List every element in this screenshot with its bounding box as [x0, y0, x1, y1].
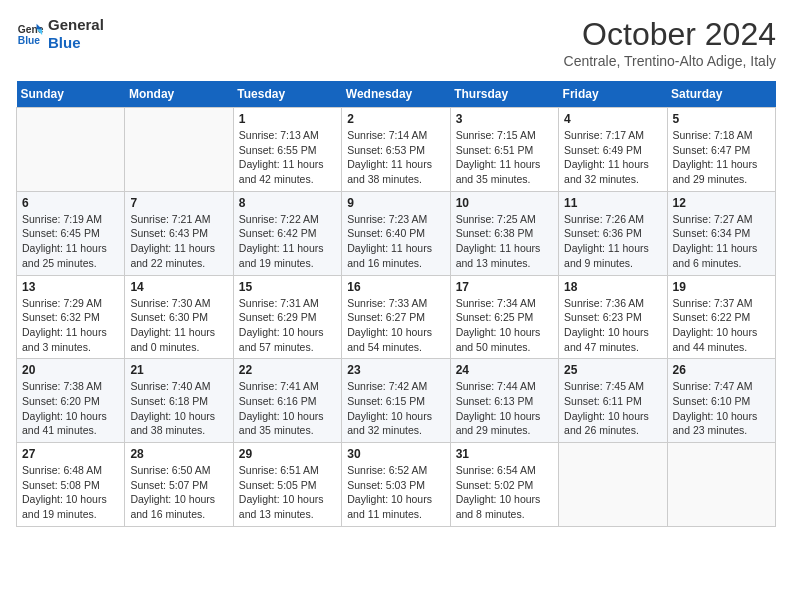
day-number: 18: [564, 280, 661, 294]
day-number: 16: [347, 280, 444, 294]
day-number: 4: [564, 112, 661, 126]
day-number: 7: [130, 196, 227, 210]
calendar-cell: 10Sunrise: 7:25 AMSunset: 6:38 PMDayligh…: [450, 191, 558, 275]
logo: General Blue General Blue: [16, 16, 104, 52]
calendar-cell: 23Sunrise: 7:42 AMSunset: 6:15 PMDayligh…: [342, 359, 450, 443]
weekday-header-thursday: Thursday: [450, 81, 558, 108]
calendar-cell: 18Sunrise: 7:36 AMSunset: 6:23 PMDayligh…: [559, 275, 667, 359]
day-info: Sunrise: 7:42 AMSunset: 6:15 PMDaylight:…: [347, 379, 444, 438]
calendar-cell: 22Sunrise: 7:41 AMSunset: 6:16 PMDayligh…: [233, 359, 341, 443]
day-info: Sunrise: 7:38 AMSunset: 6:20 PMDaylight:…: [22, 379, 119, 438]
calendar-cell: 26Sunrise: 7:47 AMSunset: 6:10 PMDayligh…: [667, 359, 775, 443]
calendar-cell: 15Sunrise: 7:31 AMSunset: 6:29 PMDayligh…: [233, 275, 341, 359]
day-info: Sunrise: 7:19 AMSunset: 6:45 PMDaylight:…: [22, 212, 119, 271]
day-number: 23: [347, 363, 444, 377]
calendar-cell: 25Sunrise: 7:45 AMSunset: 6:11 PMDayligh…: [559, 359, 667, 443]
calendar-cell: 3Sunrise: 7:15 AMSunset: 6:51 PMDaylight…: [450, 108, 558, 192]
day-number: 20: [22, 363, 119, 377]
day-info: Sunrise: 7:21 AMSunset: 6:43 PMDaylight:…: [130, 212, 227, 271]
day-number: 1: [239, 112, 336, 126]
day-number: 24: [456, 363, 553, 377]
day-info: Sunrise: 6:52 AMSunset: 5:03 PMDaylight:…: [347, 463, 444, 522]
title-block: October 2024 Centrale, Trentino-Alto Adi…: [564, 16, 776, 69]
day-info: Sunrise: 7:34 AMSunset: 6:25 PMDaylight:…: [456, 296, 553, 355]
weekday-header-wednesday: Wednesday: [342, 81, 450, 108]
page-header: General Blue General Blue October 2024 C…: [16, 16, 776, 69]
day-info: Sunrise: 7:40 AMSunset: 6:18 PMDaylight:…: [130, 379, 227, 438]
calendar-cell: 6Sunrise: 7:19 AMSunset: 6:45 PMDaylight…: [17, 191, 125, 275]
day-number: 28: [130, 447, 227, 461]
location: Centrale, Trentino-Alto Adige, Italy: [564, 53, 776, 69]
calendar-cell: 30Sunrise: 6:52 AMSunset: 5:03 PMDayligh…: [342, 443, 450, 527]
logo-blue: Blue: [48, 34, 104, 52]
day-number: 25: [564, 363, 661, 377]
day-number: 12: [673, 196, 770, 210]
calendar-week-3: 13Sunrise: 7:29 AMSunset: 6:32 PMDayligh…: [17, 275, 776, 359]
day-info: Sunrise: 7:44 AMSunset: 6:13 PMDaylight:…: [456, 379, 553, 438]
day-info: Sunrise: 6:54 AMSunset: 5:02 PMDaylight:…: [456, 463, 553, 522]
day-number: 8: [239, 196, 336, 210]
day-number: 29: [239, 447, 336, 461]
day-number: 3: [456, 112, 553, 126]
day-number: 19: [673, 280, 770, 294]
calendar-cell: 20Sunrise: 7:38 AMSunset: 6:20 PMDayligh…: [17, 359, 125, 443]
day-info: Sunrise: 7:22 AMSunset: 6:42 PMDaylight:…: [239, 212, 336, 271]
calendar-cell: [559, 443, 667, 527]
calendar-cell: [17, 108, 125, 192]
logo-general: General: [48, 16, 104, 34]
day-number: 10: [456, 196, 553, 210]
day-info: Sunrise: 7:41 AMSunset: 6:16 PMDaylight:…: [239, 379, 336, 438]
day-info: Sunrise: 7:25 AMSunset: 6:38 PMDaylight:…: [456, 212, 553, 271]
day-info: Sunrise: 6:50 AMSunset: 5:07 PMDaylight:…: [130, 463, 227, 522]
calendar: SundayMondayTuesdayWednesdayThursdayFrid…: [16, 81, 776, 527]
day-number: 21: [130, 363, 227, 377]
day-info: Sunrise: 7:31 AMSunset: 6:29 PMDaylight:…: [239, 296, 336, 355]
day-number: 31: [456, 447, 553, 461]
day-number: 15: [239, 280, 336, 294]
day-number: 14: [130, 280, 227, 294]
day-info: Sunrise: 7:36 AMSunset: 6:23 PMDaylight:…: [564, 296, 661, 355]
calendar-cell: 24Sunrise: 7:44 AMSunset: 6:13 PMDayligh…: [450, 359, 558, 443]
day-info: Sunrise: 7:14 AMSunset: 6:53 PMDaylight:…: [347, 128, 444, 187]
calendar-cell: 8Sunrise: 7:22 AMSunset: 6:42 PMDaylight…: [233, 191, 341, 275]
day-info: Sunrise: 7:47 AMSunset: 6:10 PMDaylight:…: [673, 379, 770, 438]
day-number: 17: [456, 280, 553, 294]
day-info: Sunrise: 7:29 AMSunset: 6:32 PMDaylight:…: [22, 296, 119, 355]
calendar-cell: 13Sunrise: 7:29 AMSunset: 6:32 PMDayligh…: [17, 275, 125, 359]
weekday-header-friday: Friday: [559, 81, 667, 108]
calendar-cell: 7Sunrise: 7:21 AMSunset: 6:43 PMDaylight…: [125, 191, 233, 275]
day-info: Sunrise: 6:48 AMSunset: 5:08 PMDaylight:…: [22, 463, 119, 522]
day-info: Sunrise: 7:18 AMSunset: 6:47 PMDaylight:…: [673, 128, 770, 187]
calendar-cell: 14Sunrise: 7:30 AMSunset: 6:30 PMDayligh…: [125, 275, 233, 359]
calendar-header-row: SundayMondayTuesdayWednesdayThursdayFrid…: [17, 81, 776, 108]
day-info: Sunrise: 7:45 AMSunset: 6:11 PMDaylight:…: [564, 379, 661, 438]
calendar-cell: 16Sunrise: 7:33 AMSunset: 6:27 PMDayligh…: [342, 275, 450, 359]
weekday-header-sunday: Sunday: [17, 81, 125, 108]
calendar-cell: 9Sunrise: 7:23 AMSunset: 6:40 PMDaylight…: [342, 191, 450, 275]
calendar-cell: 12Sunrise: 7:27 AMSunset: 6:34 PMDayligh…: [667, 191, 775, 275]
calendar-cell: 2Sunrise: 7:14 AMSunset: 6:53 PMDaylight…: [342, 108, 450, 192]
calendar-cell: 31Sunrise: 6:54 AMSunset: 5:02 PMDayligh…: [450, 443, 558, 527]
calendar-week-4: 20Sunrise: 7:38 AMSunset: 6:20 PMDayligh…: [17, 359, 776, 443]
weekday-header-monday: Monday: [125, 81, 233, 108]
day-number: 26: [673, 363, 770, 377]
day-info: Sunrise: 7:33 AMSunset: 6:27 PMDaylight:…: [347, 296, 444, 355]
weekday-header-tuesday: Tuesday: [233, 81, 341, 108]
day-info: Sunrise: 7:30 AMSunset: 6:30 PMDaylight:…: [130, 296, 227, 355]
day-info: Sunrise: 7:26 AMSunset: 6:36 PMDaylight:…: [564, 212, 661, 271]
day-number: 6: [22, 196, 119, 210]
calendar-cell: 21Sunrise: 7:40 AMSunset: 6:18 PMDayligh…: [125, 359, 233, 443]
day-number: 30: [347, 447, 444, 461]
day-info: Sunrise: 7:13 AMSunset: 6:55 PMDaylight:…: [239, 128, 336, 187]
day-number: 22: [239, 363, 336, 377]
calendar-cell: [667, 443, 775, 527]
calendar-cell: 5Sunrise: 7:18 AMSunset: 6:47 PMDaylight…: [667, 108, 775, 192]
day-info: Sunrise: 7:27 AMSunset: 6:34 PMDaylight:…: [673, 212, 770, 271]
calendar-week-5: 27Sunrise: 6:48 AMSunset: 5:08 PMDayligh…: [17, 443, 776, 527]
day-number: 9: [347, 196, 444, 210]
day-number: 11: [564, 196, 661, 210]
day-info: Sunrise: 7:15 AMSunset: 6:51 PMDaylight:…: [456, 128, 553, 187]
logo-icon: General Blue: [16, 20, 44, 48]
day-info: Sunrise: 7:23 AMSunset: 6:40 PMDaylight:…: [347, 212, 444, 271]
day-info: Sunrise: 7:17 AMSunset: 6:49 PMDaylight:…: [564, 128, 661, 187]
